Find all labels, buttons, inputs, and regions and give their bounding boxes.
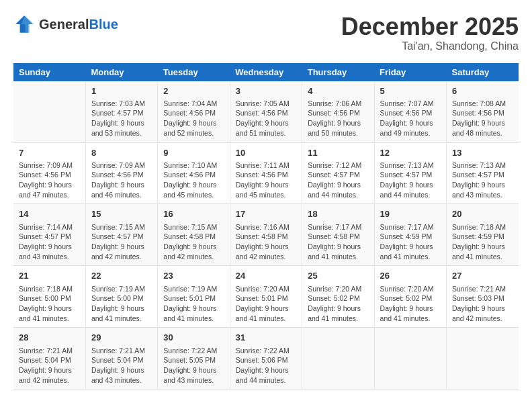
day-info: Sunrise: 7:05 AM bbox=[236, 99, 296, 109]
day-info: Sunset: 4:56 PM bbox=[452, 108, 513, 118]
day-info: and 43 minutes. bbox=[163, 375, 224, 385]
week-row-4: 21Sunrise: 7:18 AMSunset: 5:00 PMDayligh… bbox=[13, 266, 519, 328]
day-number: 24 bbox=[236, 270, 296, 282]
day-info: and 43 minutes. bbox=[91, 375, 152, 385]
calendar-cell: 25Sunrise: 7:20 AMSunset: 5:02 PMDayligh… bbox=[302, 266, 374, 328]
day-info: Daylight: 9 hours bbox=[91, 242, 152, 252]
calendar-cell: 6Sunrise: 7:08 AMSunset: 4:56 PMDaylight… bbox=[447, 81, 519, 142]
day-info: and 44 minutes. bbox=[380, 190, 441, 200]
day-info: Sunset: 5:03 PM bbox=[452, 293, 513, 304]
day-number: 30 bbox=[163, 332, 224, 344]
day-info: Daylight: 9 hours bbox=[163, 365, 224, 375]
logo: GeneralBlue bbox=[13, 13, 118, 35]
day-info: Sunset: 5:02 PM bbox=[308, 293, 368, 304]
day-info: Sunrise: 7:13 AM bbox=[452, 161, 513, 171]
day-info: and 41 minutes. bbox=[380, 252, 441, 262]
week-row-2: 7Sunrise: 7:09 AMSunset: 4:56 PMDaylight… bbox=[13, 142, 519, 204]
day-info: and 45 minutes. bbox=[236, 190, 296, 200]
day-info: Daylight: 9 hours bbox=[236, 242, 296, 252]
day-info: and 50 minutes. bbox=[308, 128, 368, 138]
calendar-cell bbox=[13, 81, 85, 142]
day-info: Sunrise: 7:22 AM bbox=[163, 346, 224, 356]
day-info: and 52 minutes. bbox=[163, 128, 224, 138]
calendar-cell: 17Sunrise: 7:16 AMSunset: 4:58 PMDayligh… bbox=[230, 204, 302, 266]
calendar-cell: 23Sunrise: 7:19 AMSunset: 5:01 PMDayligh… bbox=[158, 266, 230, 328]
day-number: 6 bbox=[452, 85, 513, 97]
day-info: Sunset: 4:57 PM bbox=[452, 170, 513, 180]
day-info: Sunset: 4:58 PM bbox=[163, 232, 224, 242]
day-number: 26 bbox=[380, 270, 441, 282]
day-info: and 42 minutes. bbox=[91, 252, 152, 262]
day-info: Daylight: 9 hours bbox=[236, 118, 296, 128]
header-thursday: Thursday bbox=[302, 63, 374, 81]
day-info: and 47 minutes. bbox=[19, 190, 80, 200]
logo-text: GeneralBlue bbox=[39, 17, 118, 32]
day-info: Daylight: 9 hours bbox=[163, 180, 224, 190]
day-number: 16 bbox=[163, 208, 224, 220]
calendar-cell bbox=[374, 328, 446, 390]
day-info: Daylight: 9 hours bbox=[91, 365, 152, 375]
day-info: and 43 minutes. bbox=[19, 252, 80, 262]
day-info: Sunrise: 7:08 AM bbox=[452, 99, 513, 109]
calendar-cell bbox=[302, 328, 374, 390]
day-info: Sunset: 5:01 PM bbox=[163, 293, 224, 304]
day-info: Sunrise: 7:18 AM bbox=[452, 222, 513, 232]
day-info: Daylight: 9 hours bbox=[452, 118, 513, 128]
logo-icon bbox=[13, 13, 35, 35]
day-info: Sunrise: 7:07 AM bbox=[380, 99, 441, 109]
day-info: Sunset: 4:57 PM bbox=[91, 232, 152, 242]
day-info: Daylight: 9 hours bbox=[19, 242, 80, 252]
day-info: and 45 minutes. bbox=[163, 190, 224, 200]
day-info: Sunrise: 7:11 AM bbox=[236, 161, 296, 171]
day-info: Daylight: 9 hours bbox=[452, 180, 513, 190]
day-info: Sunrise: 7:12 AM bbox=[308, 161, 368, 171]
day-info: Sunrise: 7:18 AM bbox=[19, 284, 80, 294]
day-info: Sunset: 4:58 PM bbox=[236, 232, 296, 242]
day-info: and 44 minutes. bbox=[236, 375, 296, 385]
day-info: and 41 minutes. bbox=[19, 314, 80, 324]
day-info: Daylight: 9 hours bbox=[19, 304, 80, 314]
day-info: Daylight: 9 hours bbox=[236, 365, 296, 375]
calendar-cell: 12Sunrise: 7:13 AMSunset: 4:57 PMDayligh… bbox=[374, 142, 446, 204]
calendar-cell: 24Sunrise: 7:20 AMSunset: 5:01 PMDayligh… bbox=[230, 266, 302, 328]
day-info: and 41 minutes. bbox=[380, 314, 441, 324]
calendar-cell bbox=[447, 328, 519, 390]
day-info: Sunrise: 7:14 AM bbox=[19, 222, 80, 232]
calendar-cell: 14Sunrise: 7:14 AMSunset: 4:57 PMDayligh… bbox=[13, 204, 85, 266]
header-monday: Monday bbox=[85, 63, 157, 81]
day-info: Daylight: 9 hours bbox=[308, 180, 368, 190]
day-number: 20 bbox=[452, 208, 513, 220]
day-number: 12 bbox=[380, 147, 441, 159]
day-info: Daylight: 9 hours bbox=[236, 180, 296, 190]
day-number: 7 bbox=[19, 147, 80, 159]
day-info: Sunrise: 7:15 AM bbox=[91, 222, 152, 232]
day-info: Daylight: 9 hours bbox=[163, 118, 224, 128]
calendar-table: SundayMondayTuesdayWednesdayThursdayFrid… bbox=[13, 63, 519, 390]
day-info: Daylight: 9 hours bbox=[380, 118, 441, 128]
day-info: Sunset: 4:56 PM bbox=[19, 170, 80, 180]
calendar-cell: 5Sunrise: 7:07 AMSunset: 4:56 PMDaylight… bbox=[374, 81, 446, 142]
week-row-5: 28Sunrise: 7:21 AMSunset: 5:04 PMDayligh… bbox=[13, 328, 519, 390]
day-info: and 41 minutes. bbox=[91, 314, 152, 324]
week-row-3: 14Sunrise: 7:14 AMSunset: 4:57 PMDayligh… bbox=[13, 204, 519, 266]
calendar-cell: 4Sunrise: 7:06 AMSunset: 4:56 PMDaylight… bbox=[302, 81, 374, 142]
day-info: Sunset: 5:00 PM bbox=[19, 293, 80, 304]
day-number: 9 bbox=[163, 147, 224, 159]
day-info: Sunset: 5:02 PM bbox=[380, 293, 441, 304]
day-info: Sunset: 4:56 PM bbox=[308, 108, 368, 118]
day-info: Sunrise: 7:03 AM bbox=[91, 99, 152, 109]
day-info: Daylight: 9 hours bbox=[236, 304, 296, 314]
calendar-cell: 15Sunrise: 7:15 AMSunset: 4:57 PMDayligh… bbox=[85, 204, 157, 266]
day-info: Sunrise: 7:17 AM bbox=[380, 222, 441, 232]
day-info: and 41 minutes. bbox=[163, 314, 224, 324]
header-sunday: Sunday bbox=[13, 63, 85, 81]
day-info: Sunset: 4:56 PM bbox=[163, 108, 224, 118]
day-info: and 42 minutes. bbox=[452, 314, 513, 324]
day-info: Sunset: 4:59 PM bbox=[452, 232, 513, 242]
day-info: Daylight: 9 hours bbox=[91, 304, 152, 314]
day-number: 2 bbox=[163, 85, 224, 97]
day-info: Daylight: 9 hours bbox=[308, 304, 368, 314]
day-number: 15 bbox=[91, 208, 152, 220]
day-info: Sunset: 4:57 PM bbox=[91, 108, 152, 118]
day-number: 23 bbox=[163, 270, 224, 282]
